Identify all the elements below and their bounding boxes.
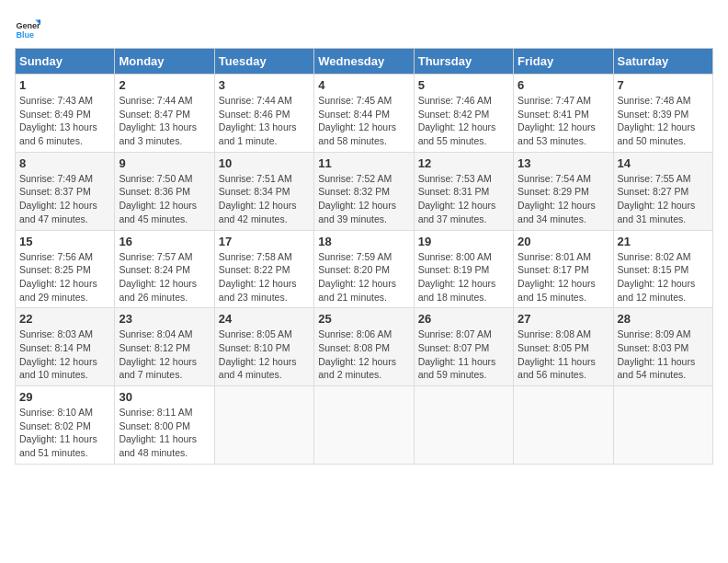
day-number: 16 [119,235,210,248]
header-monday: Monday [115,49,214,75]
calendar-week-row: 29Sunrise: 8:10 AMSunset: 8:02 PMDayligh… [16,386,713,465]
day-info: Sunrise: 7:57 AMSunset: 8:24 PMDaylight:… [119,251,197,303]
day-number: 13 [518,156,609,170]
header-sunday: Sunday [16,49,115,75]
calendar-week-row: 1Sunrise: 7:43 AMSunset: 8:49 PMDaylight… [16,75,713,153]
day-number: 23 [119,312,210,326]
calendar-cell: 4Sunrise: 7:45 AMSunset: 8:44 PMDaylight… [314,75,414,153]
calendar-cell: 15Sunrise: 7:56 AMSunset: 8:25 PMDayligh… [16,230,115,308]
day-info: Sunrise: 7:52 AMSunset: 8:32 PMDaylight:… [318,173,396,224]
calendar-cell: 5Sunrise: 7:46 AMSunset: 8:42 PMDaylight… [414,75,513,153]
calendar-cell: 7Sunrise: 7:48 AMSunset: 8:39 PMDaylight… [613,75,712,153]
calendar-cell: 6Sunrise: 7:47 AMSunset: 8:41 PMDaylight… [514,75,613,153]
header-wednesday: Wednesday [314,49,414,75]
calendar-week-row: 15Sunrise: 7:56 AMSunset: 8:25 PMDayligh… [16,230,713,308]
day-info: Sunrise: 7:44 AMSunset: 8:46 PMDaylight:… [219,95,297,146]
day-number: 3 [219,78,310,92]
calendar-cell: 30Sunrise: 8:11 AMSunset: 8:00 PMDayligh… [115,386,214,465]
calendar-cell: 16Sunrise: 7:57 AMSunset: 8:24 PMDayligh… [115,230,214,308]
calendar-cell: 8Sunrise: 7:49 AMSunset: 8:37 PMDaylight… [16,152,115,230]
calendar-cell: 3Sunrise: 7:44 AMSunset: 8:46 PMDaylight… [214,75,313,153]
calendar-week-row: 8Sunrise: 7:49 AMSunset: 8:37 PMDaylight… [16,152,713,230]
day-number: 19 [418,235,509,248]
day-info: Sunrise: 7:53 AMSunset: 8:31 PMDaylight:… [418,173,496,224]
header-saturday: Saturday [613,49,712,75]
calendar-body: 1Sunrise: 7:43 AMSunset: 8:49 PMDaylight… [16,75,713,465]
day-info: Sunrise: 8:09 AMSunset: 8:03 PMDaylight:… [618,328,696,380]
calendar-header-row: SundayMondayTuesdayWednesdayThursdayFrid… [16,49,713,75]
day-info: Sunrise: 7:49 AMSunset: 8:37 PMDaylight:… [19,173,97,224]
calendar-cell: 20Sunrise: 8:01 AMSunset: 8:17 PMDayligh… [514,230,613,308]
calendar-cell: 21Sunrise: 8:02 AMSunset: 8:15 PMDayligh… [613,230,712,308]
svg-text:Blue: Blue [16,30,34,40]
day-info: Sunrise: 8:01 AMSunset: 8:17 PMDaylight:… [518,251,596,303]
calendar-cell: 1Sunrise: 7:43 AMSunset: 8:49 PMDaylight… [16,75,115,153]
logo: General Blue [15,15,44,40]
day-number: 21 [618,235,709,248]
day-number: 29 [19,390,110,404]
day-info: Sunrise: 7:44 AMSunset: 8:47 PMDaylight:… [119,95,197,146]
calendar-table: SundayMondayTuesdayWednesdayThursdayFrid… [15,48,713,465]
day-number: 28 [618,312,709,326]
day-info: Sunrise: 7:55 AMSunset: 8:27 PMDaylight:… [618,173,696,224]
calendar-week-row: 22Sunrise: 8:03 AMSunset: 8:14 PMDayligh… [16,308,713,386]
calendar-cell: 27Sunrise: 8:08 AMSunset: 8:05 PMDayligh… [514,308,613,386]
day-info: Sunrise: 7:58 AMSunset: 8:22 PMDaylight:… [219,251,297,303]
day-info: Sunrise: 7:46 AMSunset: 8:42 PMDaylight:… [418,95,496,146]
calendar-cell: 24Sunrise: 8:05 AMSunset: 8:10 PMDayligh… [214,308,313,386]
day-info: Sunrise: 8:04 AMSunset: 8:12 PMDaylight:… [119,328,197,380]
calendar-cell [314,386,414,465]
day-number: 2 [119,78,210,92]
calendar-cell: 10Sunrise: 7:51 AMSunset: 8:34 PMDayligh… [214,152,313,230]
calendar-cell: 14Sunrise: 7:55 AMSunset: 8:27 PMDayligh… [613,152,712,230]
calendar-cell: 12Sunrise: 7:53 AMSunset: 8:31 PMDayligh… [414,152,513,230]
day-info: Sunrise: 7:56 AMSunset: 8:25 PMDaylight:… [19,251,97,303]
calendar-cell [613,386,712,465]
day-number: 27 [518,312,609,326]
calendar-cell: 25Sunrise: 8:06 AMSunset: 8:08 PMDayligh… [314,308,414,386]
day-number: 10 [219,156,310,170]
day-info: Sunrise: 7:50 AMSunset: 8:36 PMDaylight:… [119,173,197,224]
day-number: 14 [618,156,709,170]
day-info: Sunrise: 7:59 AMSunset: 8:20 PMDaylight:… [318,251,396,303]
day-number: 30 [119,390,210,404]
day-info: Sunrise: 7:47 AMSunset: 8:41 PMDaylight:… [518,95,596,146]
day-info: Sunrise: 8:07 AMSunset: 8:07 PMDaylight:… [418,328,496,380]
day-number: 7 [618,78,709,92]
day-number: 9 [119,156,210,170]
day-info: Sunrise: 7:48 AMSunset: 8:39 PMDaylight:… [618,95,696,146]
calendar-cell: 28Sunrise: 8:09 AMSunset: 8:03 PMDayligh… [613,308,712,386]
calendar-cell: 18Sunrise: 7:59 AMSunset: 8:20 PMDayligh… [314,230,414,308]
day-number: 11 [318,156,409,170]
day-number: 20 [518,235,609,248]
day-number: 1 [19,78,110,92]
calendar-cell: 17Sunrise: 7:58 AMSunset: 8:22 PMDayligh… [214,230,313,308]
calendar-cell: 9Sunrise: 7:50 AMSunset: 8:36 PMDaylight… [115,152,214,230]
day-number: 17 [219,235,310,248]
day-number: 5 [418,78,509,92]
day-number: 15 [19,235,110,248]
day-number: 12 [418,156,509,170]
calendar-cell: 19Sunrise: 8:00 AMSunset: 8:19 PMDayligh… [414,230,513,308]
day-info: Sunrise: 8:10 AMSunset: 8:02 PMDaylight:… [19,407,97,458]
day-info: Sunrise: 8:11 AMSunset: 8:00 PMDaylight:… [119,407,197,458]
day-number: 25 [318,312,409,326]
calendar-cell: 22Sunrise: 8:03 AMSunset: 8:14 PMDayligh… [16,308,115,386]
day-info: Sunrise: 7:43 AMSunset: 8:49 PMDaylight:… [19,95,97,146]
day-info: Sunrise: 7:45 AMSunset: 8:44 PMDaylight:… [318,95,396,146]
day-info: Sunrise: 8:00 AMSunset: 8:19 PMDaylight:… [418,251,496,303]
page-header: General Blue [15,15,713,40]
day-info: Sunrise: 8:05 AMSunset: 8:10 PMDaylight:… [219,328,297,380]
calendar-cell [414,386,513,465]
day-number: 4 [318,78,409,92]
day-number: 26 [418,312,509,326]
day-info: Sunrise: 7:51 AMSunset: 8:34 PMDaylight:… [219,173,297,224]
day-number: 6 [518,78,609,92]
calendar-cell: 23Sunrise: 8:04 AMSunset: 8:12 PMDayligh… [115,308,214,386]
calendar-cell: 29Sunrise: 8:10 AMSunset: 8:02 PMDayligh… [16,386,115,465]
calendar-cell [214,386,313,465]
day-info: Sunrise: 7:54 AMSunset: 8:29 PMDaylight:… [518,173,596,224]
day-info: Sunrise: 8:02 AMSunset: 8:15 PMDaylight:… [618,251,696,303]
day-info: Sunrise: 8:08 AMSunset: 8:05 PMDaylight:… [518,328,596,380]
header-tuesday: Tuesday [214,49,313,75]
